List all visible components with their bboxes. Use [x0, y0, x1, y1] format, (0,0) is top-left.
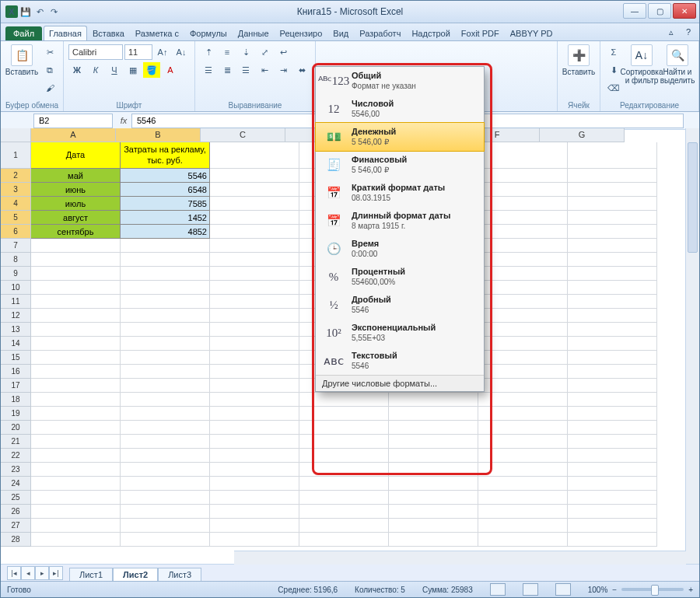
cell[interactable]	[210, 309, 299, 323]
view-page-break-icon[interactable]	[555, 583, 571, 596]
orientation-icon[interactable]: ⤢	[256, 44, 273, 60]
cell[interactable]	[31, 239, 121, 253]
number-format-option[interactable]: ½Дробный5546	[316, 291, 484, 319]
cell[interactable]	[299, 435, 389, 449]
cell[interactable]	[568, 281, 657, 295]
cell[interactable]	[299, 449, 389, 463]
ribbon-minimize-icon[interactable]: ▵	[665, 26, 677, 38]
cell[interactable]	[121, 365, 210, 379]
number-format-option[interactable]: 📅Краткий формат даты08.03.1915	[316, 179, 484, 207]
cell[interactable]	[210, 477, 299, 491]
cell[interactable]	[31, 477, 121, 491]
wrap-text-icon[interactable]: ↩	[275, 44, 292, 60]
cell[interactable]	[478, 491, 568, 505]
cell[interactable]	[478, 253, 568, 267]
cell[interactable]	[389, 449, 478, 463]
cell[interactable]	[478, 407, 568, 421]
row-header[interactable]: 4	[1, 197, 31, 211]
cell[interactable]	[31, 309, 121, 323]
row-header[interactable]: 23	[1, 463, 31, 477]
row-header[interactable]: 18	[1, 393, 31, 407]
tab-review[interactable]: Рецензиро	[275, 26, 328, 40]
cell-b[interactable]: 7585	[121, 197, 210, 211]
number-format-option[interactable]: 💵Денежный5 546,00 ₽	[315, 122, 485, 152]
cell[interactable]	[121, 253, 210, 267]
cell-b[interactable]: 4852	[121, 225, 210, 239]
cell[interactable]	[568, 477, 657, 491]
row-header[interactable]: 6	[1, 225, 31, 239]
cell[interactable]	[121, 435, 210, 449]
cell[interactable]	[568, 421, 657, 435]
cell[interactable]	[31, 337, 121, 351]
number-format-option[interactable]: 🕒Время0:00:00	[316, 235, 484, 263]
cell[interactable]	[478, 533, 568, 547]
cell[interactable]	[568, 351, 657, 365]
cell[interactable]	[210, 295, 299, 309]
row-header[interactable]: 25	[1, 491, 31, 505]
cell[interactable]	[121, 379, 210, 393]
cell[interactable]	[31, 407, 121, 421]
cell[interactable]	[210, 142, 299, 169]
tab-home[interactable]: Главная	[44, 26, 87, 40]
cell[interactable]	[31, 351, 121, 365]
cell[interactable]	[568, 365, 657, 379]
cell[interactable]	[389, 393, 478, 407]
more-number-formats[interactable]: Другие числовые форматы...	[316, 375, 484, 391]
cell-b[interactable]: 5546	[121, 169, 210, 183]
cell[interactable]	[121, 337, 210, 351]
cell[interactable]	[210, 337, 299, 351]
cell-b[interactable]: 1452	[121, 211, 210, 225]
cell[interactable]	[31, 435, 121, 449]
align-center-icon[interactable]: ≣	[219, 62, 236, 78]
select-all-corner[interactable]	[1, 128, 31, 142]
tab-data[interactable]: Данные	[233, 26, 275, 40]
cell[interactable]	[568, 379, 657, 393]
number-format-option[interactable]: %Процентный554600,00%	[316, 263, 484, 291]
cell[interactable]	[568, 197, 657, 211]
cell[interactable]	[31, 449, 121, 463]
cell[interactable]	[210, 183, 299, 197]
row-header[interactable]: 16	[1, 365, 31, 379]
cell[interactable]	[389, 519, 478, 533]
cell[interactable]	[121, 421, 210, 435]
tab-foxit[interactable]: Foxit PDF	[456, 26, 505, 40]
font-name-combo[interactable]: Calibri	[68, 44, 123, 60]
cell[interactable]	[31, 421, 121, 435]
cell[interactable]	[121, 281, 210, 295]
sheet-nav-next[interactable]: ▸	[35, 566, 49, 580]
increase-indent-icon[interactable]: ⇥	[275, 62, 292, 78]
cell[interactable]	[478, 379, 568, 393]
align-bottom-icon[interactable]: ⇣	[237, 44, 254, 60]
horizontal-scrollbar[interactable]	[234, 551, 686, 565]
undo-icon[interactable]: ↶	[33, 5, 46, 18]
cell[interactable]	[568, 253, 657, 267]
cell[interactable]	[478, 421, 568, 435]
cell[interactable]	[299, 533, 389, 547]
cell[interactable]	[210, 393, 299, 407]
redo-icon[interactable]: ↷	[47, 5, 60, 18]
cell[interactable]	[121, 351, 210, 365]
row-header[interactable]: 27	[1, 519, 31, 533]
cell[interactable]	[389, 533, 478, 547]
row-header[interactable]: 24	[1, 477, 31, 491]
cell[interactable]	[121, 323, 210, 337]
cell[interactable]	[568, 309, 657, 323]
cell[interactable]	[210, 239, 299, 253]
close-button[interactable]: ✕	[673, 3, 696, 19]
cell[interactable]	[568, 491, 657, 505]
cell[interactable]	[210, 421, 299, 435]
cell[interactable]	[568, 267, 657, 281]
cell[interactable]	[478, 183, 568, 197]
cell-a[interactable]: май	[31, 169, 121, 183]
cell[interactable]	[121, 393, 210, 407]
cell[interactable]	[31, 393, 121, 407]
cell[interactable]	[568, 169, 657, 183]
cell-b[interactable]: 6548	[121, 183, 210, 197]
cell[interactable]	[478, 519, 568, 533]
cell[interactable]	[478, 211, 568, 225]
cell[interactable]	[210, 365, 299, 379]
row-header[interactable]: 12	[1, 309, 31, 323]
cell[interactable]	[568, 449, 657, 463]
sheet-tab-3[interactable]: Лист3	[158, 568, 201, 581]
cell[interactable]	[478, 309, 568, 323]
